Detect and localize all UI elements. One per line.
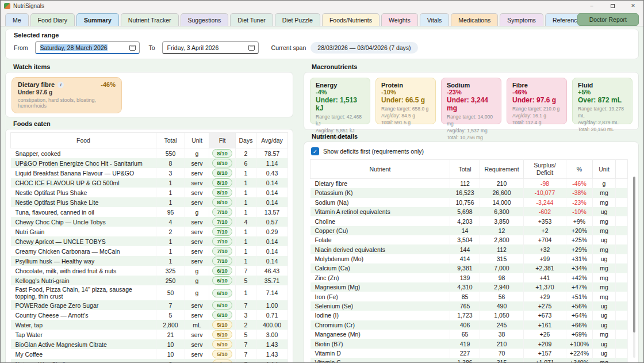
maximize-button[interactable]: [602, 1, 623, 11]
nutrients-col--[interactable]: %: [566, 160, 593, 179]
nutrients-col-blank[interactable]: [616, 160, 628, 179]
table-row[interactable]: Folate3,5042,800+704+25%ug: [310, 235, 628, 244]
table-row[interactable]: Zinc (Zn)13998+41+42%mg: [310, 273, 628, 282]
table-row[interactable]: Iodine (I)1,7231,050+673+64%ug: [310, 311, 628, 320]
foods-col-unit[interactable]: Unit: [185, 133, 209, 148]
minimize-button[interactable]: –: [581, 1, 602, 11]
food-days-cell: 7: [236, 339, 256, 349]
watch-item-dietary-fibre[interactable]: Dietary fibre i -46% Under 97.6 g consti…: [12, 77, 122, 113]
table-row[interactable]: Molybdenum (Mo)414315+99+31%ug: [310, 254, 628, 263]
nutrient-percent-cell: +42%: [566, 273, 593, 282]
foods-col-avg-day[interactable]: Avg/day: [256, 133, 288, 148]
tab-diet-tuner[interactable]: Diet Tuner: [230, 13, 273, 26]
foods-col-fit[interactable]: Fit: [209, 133, 236, 148]
table-row[interactable]: UP&GO Protien Energize Choc Hit - Sanita…: [11, 158, 288, 168]
table-row[interactable]: BioGlan Active Magnesium Citrate10serv5/…: [11, 339, 288, 349]
tab-symptoms[interactable]: Symptoms: [500, 13, 543, 26]
to-date-value: Friday, 3 April 2026: [167, 44, 219, 51]
info-icon[interactable]: i: [57, 82, 64, 88]
table-row[interactable]: Fast Food, Pizza Chain, 14" pizza, sausa…: [11, 285, 288, 300]
food-days-cell: 3: [236, 310, 256, 320]
table-row[interactable]: Sodium (Na)10,75614,000-3,244-23%mg: [310, 198, 628, 207]
calendar-icon[interactable]: [129, 45, 136, 51]
nutrients-col-requirement[interactable]: Requirement: [480, 160, 524, 179]
table-row[interactable]: Chewy Apricot — UNCLE TOBYS1serv7/1010.1…: [11, 236, 288, 246]
macro-percent: -4%: [316, 89, 365, 95]
macro-card-fluid: Fluid+5%Over: 872 mLRange target: 19,278…: [572, 78, 632, 124]
table-row[interactable]: Natures Way Choline8serv5/1071.14: [11, 359, 288, 363]
show-deficits-checkbox[interactable]: ✓: [311, 147, 319, 155]
tab-foods-nutrients[interactable]: Foods/Nutrients: [322, 13, 379, 26]
foods-col-food[interactable]: Food: [11, 133, 156, 148]
foods-col-days[interactable]: Days: [236, 133, 256, 148]
tab-suggestions[interactable]: Suggestions: [181, 13, 229, 26]
table-row[interactable]: My Coffee10serv5/1071.43: [11, 349, 288, 359]
table-row[interactable]: Manganese (Mn)6538+26+69%mg: [310, 330, 628, 339]
table-row[interactable]: Iron (Fe)8556+29+51%mg: [310, 292, 628, 301]
doctor-report-button[interactable]: Doctor Report: [577, 13, 639, 26]
tab-weights[interactable]: Weights: [381, 13, 418, 26]
nutrients-col-total[interactable]: Total: [450, 160, 480, 179]
table-row[interactable]: Niacin derived equivalents144112+32+29%m…: [310, 244, 628, 254]
table-row[interactable]: Calcium (Ca)9,3817,000+2,381+34%mg: [310, 263, 628, 273]
tab-me[interactable]: Me: [5, 13, 29, 26]
macro-main-value: Under: 97.6 g: [512, 96, 561, 104]
table-row[interactable]: Selenium (Se)765490+275+56%ug: [310, 301, 628, 311]
food-fit-cell: 5/10: [209, 349, 236, 359]
table-row[interactable]: Water, tap2,800mL5/102400.00: [11, 320, 288, 330]
nutrient-name-cell: Manganese (Mn): [310, 330, 450, 339]
tab-summary[interactable]: Summary: [76, 13, 119, 26]
table-row[interactable]: POWERade Grape Zero Sugar7serv6/1071.00: [11, 300, 288, 310]
table-row[interactable]: Vitamin D22770+157+224%ug: [310, 349, 628, 358]
to-date-input[interactable]: Friday, 3 April 2026: [162, 41, 259, 54]
table-row[interactable]: Psyllium husk — Healthy way1serv7/1010.1…: [11, 256, 288, 266]
vertical-scrollbar[interactable]: [633, 177, 635, 358]
nutrient-surplus-cell: -3,244: [524, 198, 566, 207]
tab-nutrient-tracker[interactable]: Nutrient Tracker: [121, 13, 179, 26]
table-row[interactable]: Country Cheese — Arnott's5serv6/1030.71: [11, 310, 288, 320]
table-row[interactable]: Snapper, cooked550g8/10278.57: [11, 148, 288, 159]
table-row[interactable]: Magnesium (Mg)4,3102,940+1,370+47%mg: [310, 282, 628, 292]
calendar-icon[interactable]: [248, 45, 255, 51]
tab-food-diary[interactable]: Food Diary: [30, 13, 75, 26]
table-row[interactable]: Tuna, flavoured, canned in oil95g7/10113…: [11, 207, 288, 217]
table-row[interactable]: Kellogg's Nutri-grain250g6/10535.71: [11, 276, 288, 285]
tab-diet-puzzle[interactable]: Diet Puzzle: [275, 13, 320, 26]
table-row[interactable]: Vitamin C1,386315+1,071+340%mg: [310, 358, 628, 363]
watch-item-symptoms: constipation, hard stools, bloating, hem…: [18, 97, 116, 109]
scrollbar-thumb[interactable]: [633, 177, 635, 333]
tab-vitals[interactable]: Vitals: [420, 13, 450, 26]
table-row[interactable]: Chromium (Cr)406245+161+66%ug: [310, 320, 628, 330]
tab-medications[interactable]: Medications: [451, 13, 498, 26]
table-row[interactable]: CHOC ICE FLAVOUR UP & GO 500ml1serv8/101…: [11, 178, 288, 188]
table-row[interactable]: Dietary fibre112210-98-46%g: [310, 179, 628, 188]
macro-detail-line: Avg/day: 2,879 mL: [578, 120, 627, 127]
nutrient-surplus-cell: +209: [524, 339, 566, 348]
nutrient-blank-cell: [616, 358, 628, 363]
table-row[interactable]: Creamy Chicken Carbonara — McCain1serv7/…: [11, 246, 288, 256]
nutrients-col-surplus-deficit[interactable]: Surplus/Deficit: [524, 160, 566, 179]
table-row[interactable]: Copper (Cu)1412+2+20%mg: [310, 226, 628, 235]
table-row[interactable]: Choline4,2033,850+353+9%mg: [310, 216, 628, 226]
nutrient-name-cell: Niacin derived equivalents: [310, 244, 450, 254]
table-row[interactable]: Chocolate, milk, with dried fruit & nuts…: [11, 266, 288, 276]
nutrient-name-cell: Calcium (Ca): [310, 263, 450, 273]
table-row[interactable]: Biotin (B7)419210+209+100%ug: [310, 339, 628, 348]
foods-col-total[interactable]: Total: [156, 133, 185, 148]
fit-badge: 6/10: [212, 276, 232, 285]
nutrients-col-unit[interactable]: Unit: [593, 160, 616, 179]
table-row[interactable]: Tap Water21serv5/1053.00: [11, 330, 288, 339]
nutrient-name-cell: Sodium (Na): [310, 198, 450, 207]
close-button[interactable]: ✕: [623, 1, 643, 11]
table-row[interactable]: Potassium (K)16,52326,600-10,077-38%mg: [310, 188, 628, 197]
nutrients-col-nutrient[interactable]: Nutrient: [310, 160, 450, 179]
table-row[interactable]: Nestle Optifast Plus Shake Lite1serv8/10…: [11, 197, 288, 207]
from-date-input[interactable]: Saturday, 28 March 2026: [35, 41, 140, 54]
food-name-cell: Nutri Grain: [11, 227, 156, 236]
table-row[interactable]: Nutri Grain2serv7/1010.29: [11, 227, 288, 236]
table-row[interactable]: Chewy Choc Chip — Uncle Tobys4serv7/1040…: [11, 217, 288, 227]
nutrient-unit-cell: ug: [593, 235, 616, 244]
table-row[interactable]: Vitamin A retinol equivalents5,6986,300-…: [310, 207, 628, 216]
table-row[interactable]: Nestle Optifast Plus Shake1serv8/1010.14: [11, 188, 288, 197]
table-row[interactable]: Liquid Breakfast Banana Flavour — UP&GO3…: [11, 168, 288, 178]
